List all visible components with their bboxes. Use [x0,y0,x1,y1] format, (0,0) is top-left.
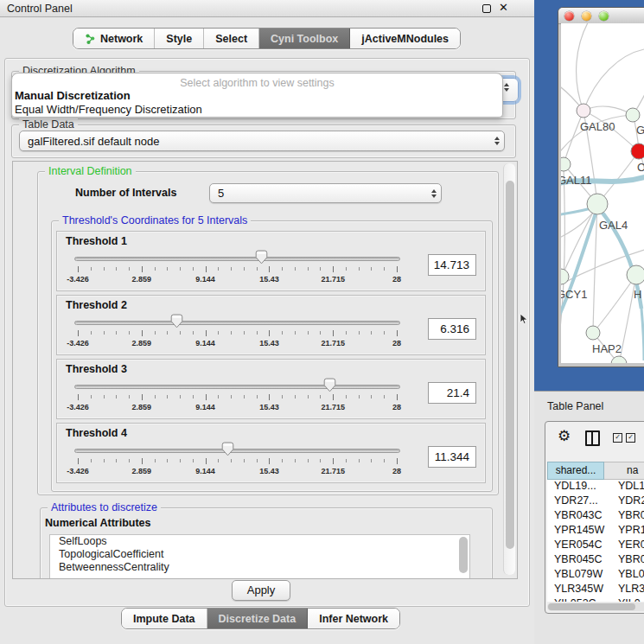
tab-network[interactable]: Network [73,29,155,48]
slider-handle[interactable] [255,250,268,265]
horizontal-scrollbar[interactable] [547,603,644,611]
tick-label: 21.715 [321,275,345,284]
tick-mark [244,267,245,271]
slider-handle[interactable] [170,314,183,328]
tick-mark [257,395,258,399]
threshold-box-threshold-4: Threshold 4-3.4262.8599.14415.4321.71528… [56,423,486,483]
network-node-hap2[interactable] [586,326,600,340]
tick-label: 2.859 [132,339,152,348]
network-node-gal80[interactable] [577,104,590,118]
threshold-box-threshold-1: Threshold 1-3.4262.8599.14415.4321.71528… [56,231,486,291]
network-node-h[interactable] [627,265,644,284]
tick-mark [104,331,105,335]
panel-scrollbar[interactable] [503,163,515,575]
threshold-title: Threshold 4 [66,427,476,439]
table-row[interactable]: YDR27...YDR2 [547,494,644,509]
table-row[interactable]: YDL19...YDL1 [547,480,644,494]
tick-label: 15.43 [259,403,279,411]
zoom-traffic-light[interactable] [599,11,609,21]
slider-track[interactable] [74,321,400,325]
list-item-betweennesscentrality[interactable]: BetweennessCentrality [50,561,469,574]
network-node-ga[interactable] [626,108,640,122]
checkbox-icon[interactable]: ✓ [626,433,635,443]
tab-select[interactable]: Select [204,29,259,48]
list-scrollbar[interactable] [459,537,468,573]
table-row[interactable]: YBR045CYBR0 [547,553,644,568]
tab-impute-data[interactable]: Impute Data [122,609,207,628]
tick-label: 2.859 [132,275,152,284]
slider-track[interactable] [74,385,400,389]
list-item-topologicalcoefficient[interactable]: TopologicalCoefficient [50,548,469,561]
slider-track[interactable] [74,257,400,261]
numerical-attributes-list: SelfLoopsTopologicalCoefficientBetweenne… [49,534,470,579]
network-node-gal4[interactable] [587,194,608,214]
tick-mark [180,267,181,271]
minimize-traffic-light[interactable] [582,11,591,21]
close-icon[interactable]: ✕ [499,1,508,14]
network-edge[interactable] [583,49,644,111]
close-traffic-light[interactable] [564,11,574,21]
node-label-hap2: HAP2 [592,342,622,355]
table-row[interactable]: YBL079WYBL0 [547,568,644,583]
tick-mark [397,394,398,400]
table-rows: YDL19...YDL1YDR27...YDR2YBR043CYBR0YPR14… [547,480,644,602]
tick-mark [295,459,296,462]
number-of-intervals-value: 5 [210,187,427,200]
table-row[interactable]: YPR145WYPR1 [547,524,644,539]
table-row[interactable]: YLR345WYLR3 [547,583,644,597]
network-node-gal11[interactable] [561,157,571,171]
checkbox-icon[interactable]: ✓ [613,433,622,443]
control-panel-titlebar: Control Panel [0,0,536,17]
table-row[interactable]: YIL052CYIL0 [547,597,644,602]
node-label-h: H [634,288,641,301]
columns-icon[interactable] [585,430,600,446]
table-row[interactable]: YER054CYER0 [547,539,644,553]
scrollbar-thumb[interactable] [548,603,635,610]
network-edge[interactable] [583,106,633,115]
tab-jactivemnodules[interactable]: jActiveMNodules [350,29,460,48]
tick-mark [384,331,385,335]
network-node-red[interactable] [631,143,644,159]
table-row[interactable]: YBR043CYBR0 [547,509,644,524]
float-window-icon[interactable] [482,4,491,13]
network-edge[interactable] [561,208,597,319]
slider-handle[interactable] [221,442,234,456]
threshold-value-field[interactable]: 6.316 [428,318,476,340]
network-edge[interactable] [577,23,590,111]
tick-mark [91,331,92,335]
algorithm-option-manual-discretization[interactable]: Manual Discretization [12,89,502,103]
column-header-name[interactable]: na [604,462,644,480]
network-canvas[interactable]: GAL80GACGAL11GAL4GCY1HHAP2 [561,23,644,363]
network-edge[interactable] [561,169,564,360]
network-edge[interactable] [593,275,636,333]
slider-track[interactable] [74,449,400,453]
threshold-value-field[interactable]: 11.344 [428,446,476,468]
number-of-intervals-combobox[interactable]: 5 [209,183,442,203]
tick-mark [206,330,207,336]
tick-mark [218,395,219,399]
threshold-value-field[interactable]: 21.4 [428,382,476,404]
slider-handle[interactable] [323,378,336,392]
network-window-titlebar[interactable] [558,8,644,24]
tab-style[interactable]: Style [155,29,204,48]
threshold-value-field[interactable]: 14.713 [428,254,476,276]
list-item-selfloops[interactable]: SelfLoops [50,535,469,548]
tick-mark [167,331,168,335]
algorithm-option-equal-width-frequency-discretization[interactable]: Equal Width/Frequency Discretization [12,103,502,117]
tick-mark [180,459,181,462]
column-header-shared-name[interactable]: shared... [547,462,604,480]
apply-button[interactable]: Apply [232,580,290,601]
tick-mark [104,267,105,271]
algorithm-placeholder[interactable]: Select algorithm to view settings [12,77,502,89]
tick-label: 9.144 [195,467,215,475]
scrollbar-thumb[interactable] [506,181,514,549]
tab-infer-network[interactable]: Infer Network [308,609,399,628]
tick-mark [269,458,270,464]
gear-icon[interactable]: ⚙ [558,427,571,445]
tab-cyni-toolbox[interactable]: Cyni Toolbox [259,29,350,48]
table-data-combobox[interactable]: galFiltered.sif default node [19,131,505,151]
tick-label: 2.859 [132,467,152,475]
cell-name: YDL1 [616,480,644,494]
tab-discretize-data[interactable]: Discretize Data [207,609,309,628]
network-node-gcy1[interactable] [561,269,569,284]
